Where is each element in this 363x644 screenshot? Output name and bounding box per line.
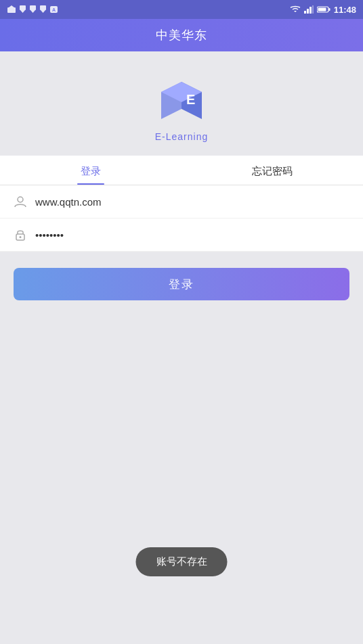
status-right-icons: 11:48 [290, 5, 356, 15]
login-button[interactable]: 登录 [14, 268, 349, 300]
top-header: 中美华东 [0, 19, 363, 51]
svg-text:A: A [52, 7, 56, 12]
logo-label: E-Learning [155, 131, 209, 142]
svg-rect-11 [304, 11, 306, 14]
password-row [0, 218, 363, 252]
svg-marker-3 [20, 10, 25, 13]
username-row [0, 185, 363, 218]
app-icon: A [49, 5, 58, 14]
tab-section: 登录 忘记密码 [0, 156, 363, 185]
lock-icon [14, 228, 27, 242]
tab-forgot-password[interactable]: 忘记密码 [182, 156, 363, 185]
svg-point-22 [18, 197, 23, 202]
toast-message: 账号不存在 [136, 547, 228, 576]
svg-rect-17 [318, 8, 326, 12]
svg-rect-13 [309, 7, 312, 14]
svg-text:E: E [186, 92, 195, 107]
svg-rect-2 [20, 5, 26, 10]
user-icon [14, 195, 27, 208]
logo-cube-icon: E [154, 72, 209, 126]
svg-rect-0 [7, 7, 16, 13]
password-input[interactable] [35, 229, 349, 241]
download-icon-1 [19, 5, 26, 14]
signal-icon [304, 5, 314, 14]
notification-icon-1 [7, 5, 16, 14]
battery-icon [317, 5, 330, 14]
svg-rect-12 [307, 9, 309, 14]
svg-marker-7 [41, 10, 45, 13]
svg-rect-6 [40, 5, 46, 10]
svg-marker-5 [30, 10, 35, 13]
wifi-icon [290, 5, 301, 14]
status-bar: A 11:48 [0, 0, 363, 19]
button-section: 登录 [0, 252, 363, 300]
svg-point-24 [20, 236, 22, 238]
svg-rect-14 [312, 5, 314, 14]
status-left-icons: A [7, 5, 58, 14]
app-title: 中美华东 [156, 27, 207, 43]
form-section [0, 185, 363, 252]
svg-marker-1 [9, 5, 14, 7]
logo-section: E E-Learning [0, 51, 363, 156]
svg-marker-10 [294, 11, 297, 12]
svg-rect-16 [328, 8, 330, 11]
tab-login[interactable]: 登录 [0, 156, 182, 185]
svg-rect-4 [30, 5, 36, 10]
download-icon-2 [29, 5, 37, 14]
username-input[interactable] [35, 196, 349, 208]
download-icon-3 [39, 5, 47, 14]
clock: 11:48 [334, 5, 356, 15]
